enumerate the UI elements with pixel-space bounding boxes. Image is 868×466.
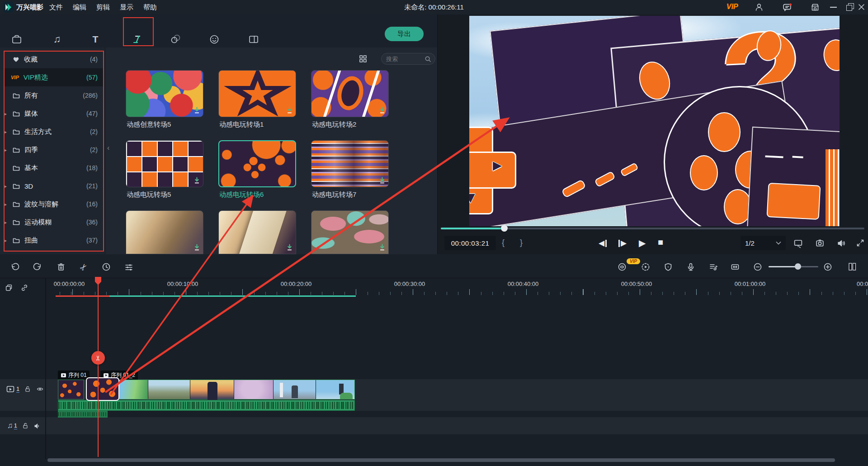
preview-zoom-select[interactable]: 1/2 (741, 236, 786, 250)
next-frame-button[interactable]: ▶ (618, 238, 627, 248)
transition-thumb-unnamed[interactable] (126, 210, 203, 254)
clip1-video-thumb[interactable] (58, 380, 84, 399)
fullscreen-button[interactable] (854, 237, 866, 249)
download-icon[interactable] (378, 176, 386, 185)
adjust-button[interactable] (123, 261, 135, 273)
sidebar-collapse-handle[interactable]: ‹ (107, 144, 109, 152)
download-icon[interactable] (378, 243, 386, 252)
minimize-button[interactable] (830, 7, 837, 8)
clip-audio-waveform[interactable] (58, 400, 355, 411)
mirror-display-button[interactable] (792, 237, 804, 249)
account-button[interactable] (754, 2, 764, 14)
transition-name[interactable]: 动感电玩转场1 (219, 120, 301, 129)
transition-name[interactable]: 动感电玩转场5 (127, 190, 208, 199)
transition-thumb-unnamed[interactable] (311, 210, 389, 254)
redo-button[interactable] (32, 261, 43, 273)
zoom-in-button[interactable] (822, 261, 834, 273)
link-clips-button[interactable] (20, 283, 29, 294)
search-input[interactable] (385, 55, 425, 63)
mark-in-button[interactable]: { (502, 238, 505, 247)
auto-ripple-button[interactable] (640, 261, 651, 273)
display-icon (793, 238, 803, 248)
fit-timeline-button[interactable] (729, 261, 741, 273)
clip1-label-bar[interactable]: 序列 01 (58, 371, 90, 380)
download-icon[interactable] (193, 176, 201, 185)
undo-button[interactable] (9, 261, 21, 273)
transition-name-selected[interactable]: 动感电玩转场6 (219, 190, 301, 199)
dpad-triangle-art: ▶ (469, 194, 478, 203)
transition-thumb-game2[interactable] (311, 70, 389, 117)
feedback-button[interactable] (782, 2, 793, 14)
audio-mixer-button[interactable] (616, 261, 628, 273)
timeline-ruler-minor (50, 292, 868, 295)
delete-button[interactable] (55, 261, 67, 273)
audio-sync-button[interactable] (708, 261, 719, 273)
media-icon (11, 33, 23, 45)
split-button[interactable]: ✂ (78, 261, 90, 273)
preview-seek-bar[interactable] (441, 228, 864, 229)
ruler-label: 00:00:40:00 (508, 281, 539, 287)
panel-layout-button[interactable] (846, 261, 858, 273)
lock-icon[interactable] (24, 385, 31, 393)
download-icon[interactable] (286, 243, 293, 252)
vip-feature-badge: VIP (627, 258, 640, 264)
previous-frame-button[interactable]: ◀ (599, 238, 607, 248)
seek-bar-handle[interactable] (501, 225, 508, 232)
store-button[interactable] (810, 2, 820, 14)
timeline-horizontal-scrollbar[interactable] (47, 458, 835, 462)
menu-file[interactable]: 文件 (44, 3, 68, 12)
clip2-video-thumbs[interactable] (119, 380, 355, 399)
zoom-out-button[interactable] (752, 261, 764, 273)
zoom-slider-handle[interactable] (795, 263, 801, 270)
menu-clip[interactable]: 剪辑 (91, 3, 115, 12)
transition-thumb-game7[interactable] (311, 140, 389, 187)
manage-tracks-button[interactable] (5, 283, 14, 294)
transition-thumb-game5[interactable] (126, 140, 203, 187)
close-button[interactable] (857, 3, 866, 13)
export-button[interactable]: 导出 (385, 27, 424, 41)
menu-help[interactable]: 帮助 (138, 3, 162, 12)
play-button[interactable]: ▶ (639, 238, 646, 248)
menu-view[interactable]: 显示 (115, 3, 138, 12)
transition-thumb-game6-selected[interactable] (218, 140, 296, 187)
stop-button[interactable]: ■ (658, 237, 663, 247)
search-box[interactable] (381, 53, 435, 65)
speaker-icon[interactable] (33, 422, 41, 430)
applied-transition-clip[interactable] (86, 377, 119, 401)
audio-track-row[interactable] (0, 417, 868, 434)
preview-timecode[interactable]: 00:00:03:21 (444, 236, 496, 250)
download-icon[interactable] (378, 106, 386, 115)
playhead-line[interactable] (98, 277, 99, 457)
transition-name[interactable]: 动感电玩转场2 (312, 120, 393, 129)
white-dash-art (765, 155, 783, 158)
clip-frame-aerial (119, 380, 148, 399)
search-icon[interactable] (425, 56, 431, 62)
restore-button[interactable] (846, 3, 854, 11)
zoom-slider-fill (769, 266, 798, 267)
clip1-audio-tail[interactable] (58, 411, 108, 418)
transition-name[interactable]: 动感电玩转场7 (312, 190, 393, 199)
view-mode-button[interactable] (359, 54, 368, 65)
mark-out-button[interactable]: } (520, 238, 523, 247)
transition-thumb-game1[interactable] (218, 70, 296, 117)
vip-button[interactable]: VIP (726, 3, 738, 11)
transition-name[interactable]: 动感创意转场5 (127, 120, 208, 129)
download-icon[interactable] (286, 106, 293, 115)
lock-icon[interactable] (22, 422, 29, 430)
render-preview-button[interactable] (662, 261, 674, 273)
mute-button[interactable] (835, 237, 847, 249)
snapshot-button[interactable] (814, 237, 826, 249)
eye-icon[interactable] (36, 385, 44, 393)
video-track-header: 1 (0, 384, 45, 395)
menu-edit[interactable]: 编辑 (68, 3, 91, 12)
render-indicator-red (56, 295, 109, 297)
tree-art (340, 393, 353, 399)
download-icon[interactable] (193, 106, 201, 115)
transition-thumb-creative5[interactable] (126, 70, 203, 117)
playhead-split-button[interactable]: ✂ (91, 351, 105, 365)
speed-button[interactable] (100, 261, 112, 273)
timeline-zoom-slider[interactable] (769, 266, 818, 267)
download-icon[interactable] (193, 243, 201, 252)
record-voiceover-button[interactable] (685, 261, 697, 273)
transition-thumb-unnamed[interactable] (218, 210, 296, 254)
